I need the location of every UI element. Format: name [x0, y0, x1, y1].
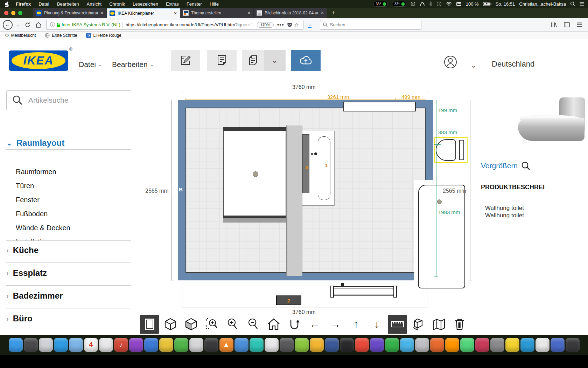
account-dropdown[interactable]: ⌄: [471, 61, 477, 69]
app-icon[interactable]: [551, 338, 565, 352]
sidebar-item[interactable]: Fenster: [16, 195, 131, 209]
app-menu-datei[interactable]: Datei⌄: [79, 60, 103, 69]
pan-left-button[interactable]: ←: [305, 315, 324, 334]
apple-menu-icon[interactable]: [5, 1, 9, 7]
temperature-widget[interactable]: 33°: [392, 1, 406, 7]
menubar-item[interactable]: Ansicht: [87, 1, 102, 7]
hamburger-menu-icon[interactable]: [577, 22, 582, 27]
steam-icon[interactable]: [340, 338, 354, 352]
app-icon[interactable]: [280, 338, 294, 352]
browser-icon[interactable]: [54, 338, 68, 352]
photos-icon[interactable]: [99, 338, 113, 352]
app-icon[interactable]: [475, 338, 489, 352]
app-icon[interactable]: [415, 338, 429, 352]
app-menu-bearbeiten[interactable]: Bearbeiten⌄: [112, 60, 154, 69]
menubar-item[interactable]: Firefox: [16, 1, 31, 7]
article-search-field[interactable]: Artikelsuche: [6, 90, 131, 110]
rotate-object-button[interactable]: [408, 315, 428, 334]
pan-down-button[interactable]: ↓: [367, 315, 386, 334]
walls-view-button[interactable]: [429, 315, 448, 334]
ikea-logo[interactable]: IKEA: [9, 50, 68, 71]
zoom-to-selection-button[interactable]: [202, 315, 221, 334]
floorplan-room[interactable]: B 3 1: [178, 100, 433, 280]
wifi-icon[interactable]: [446, 2, 452, 6]
app-icon[interactable]: [536, 338, 550, 352]
trash-icon[interactable]: [566, 338, 580, 352]
vlc-icon[interactable]: ▲: [219, 338, 233, 352]
app-icon[interactable]: [234, 338, 248, 352]
temperature-widget[interactable]: 33°: [373, 1, 388, 7]
close-window-button[interactable]: [4, 11, 8, 15]
account-button[interactable]: [444, 55, 457, 69]
minimize-window-button[interactable]: [11, 11, 15, 15]
app-icon[interactable]: [159, 338, 173, 352]
country-selector[interactable]: Deutschland: [492, 60, 534, 69]
bookmark-lherbe-rouge[interactable]: SL'Herbe Rouge: [86, 33, 121, 38]
menubar-item[interactable]: Lesezeichen: [133, 1, 158, 7]
sidebar-item[interactable]: Türen: [16, 181, 131, 195]
partition-wall[interactable]: [286, 125, 302, 276]
sidebar-item[interactable]: Wände & Decken: [16, 223, 131, 237]
zoom-in-button[interactable]: [223, 315, 242, 334]
bookmark-erste-schritte[interactable]: Erste Schritte: [45, 33, 77, 38]
spotlight-search-icon[interactable]: [570, 1, 575, 6]
app-icon[interactable]: [204, 338, 218, 352]
menubar-item[interactable]: Fenster: [187, 1, 202, 7]
planner-canvas[interactable]: 3760 mm 3261 mm 499 mm B: [138, 81, 476, 335]
app-icon[interactable]: [129, 338, 143, 352]
keyboard-input-icon[interactable]: [456, 2, 462, 6]
app-icon[interactable]: [490, 338, 504, 352]
notes-button[interactable]: [207, 50, 237, 71]
app-icon[interactable]: [174, 338, 188, 352]
print-button[interactable]: [242, 50, 264, 71]
menubar-item[interactable]: Extras: [166, 1, 179, 7]
downloads-button[interactable]: ↓: [308, 22, 312, 28]
sidebar-section-badezimmer[interactable]: › Badezimmer: [6, 291, 63, 301]
url-bar[interactable]: ⓘ Inter IKEA Systems B.V. (NL) https://k…: [46, 20, 303, 30]
app-icon[interactable]: [144, 338, 158, 352]
music-icon[interactable]: ♪: [114, 338, 128, 352]
page-info-icon[interactable]: ⓘ: [50, 22, 55, 28]
menubar-item[interactable]: Datei: [38, 1, 49, 7]
bookmark-meistbesucht[interactable]: ⚙Meistbesucht: [5, 33, 36, 38]
menubar-clock[interactable]: So. 16:51: [496, 1, 515, 7]
time-machine-icon[interactable]: [436, 1, 442, 7]
enlarge-link[interactable]: Vergrößern: [481, 161, 530, 170]
app-icon[interactable]: [325, 338, 339, 352]
reload-button[interactable]: [22, 22, 33, 28]
calendar-icon[interactable]: 4: [84, 338, 98, 352]
sidebar-section-raumlayout[interactable]: ⌄ Raumlayout: [6, 138, 64, 148]
delete-button[interactable]: [450, 315, 469, 334]
eco-menu-icon[interactable]: [411, 1, 415, 6]
battery-icon[interactable]: [483, 2, 491, 6]
sidebar-section-kueche[interactable]: › Küche: [6, 245, 38, 255]
mail-icon[interactable]: [69, 338, 83, 352]
app-icon[interactable]: [520, 338, 534, 352]
tab-kuechenplaner-active[interactable]: IKEA Küchenplaner ✕: [107, 8, 180, 18]
app-icon[interactable]: [24, 338, 38, 352]
app-icon[interactable]: [505, 338, 519, 352]
avira-menu-icon[interactable]: [420, 1, 425, 7]
app-icon[interactable]: [400, 338, 414, 352]
sidebar-item[interactable]: Raumformen: [16, 167, 131, 181]
radiator-fixture[interactable]: [331, 286, 396, 296]
finder-icon[interactable]: [9, 338, 23, 352]
zoom-out-button[interactable]: [243, 315, 262, 334]
app-icon[interactable]: [310, 338, 324, 352]
close-tab-icon[interactable]: ✕: [100, 11, 104, 15]
url-text[interactable]: https://kitchenplanner.ikea.com/de/UI/Pa…: [126, 22, 255, 27]
bathtub-fixture[interactable]: [414, 180, 470, 293]
selected-toilet-fixture[interactable]: [434, 137, 468, 163]
pocket-icon[interactable]: [287, 22, 292, 27]
app-icon[interactable]: [355, 338, 369, 352]
edit-plan-button[interactable]: [171, 50, 200, 71]
user-name[interactable]: Christian...achel-Baksa: [519, 1, 566, 7]
save-to-cloud-button[interactable]: [291, 50, 321, 71]
tab-bildschirmfoto[interactable]: Bildschirmfoto 2018-02-04 um ✕: [254, 8, 327, 18]
forward-button[interactable]: →: [13, 21, 22, 28]
home-view-button[interactable]: [264, 315, 283, 334]
view-3d-shaded-button[interactable]: [181, 315, 201, 334]
home-button[interactable]: [33, 22, 43, 28]
item-2-fixture[interactable]: 2: [276, 295, 301, 305]
close-tab-icon[interactable]: ✕: [247, 11, 251, 15]
